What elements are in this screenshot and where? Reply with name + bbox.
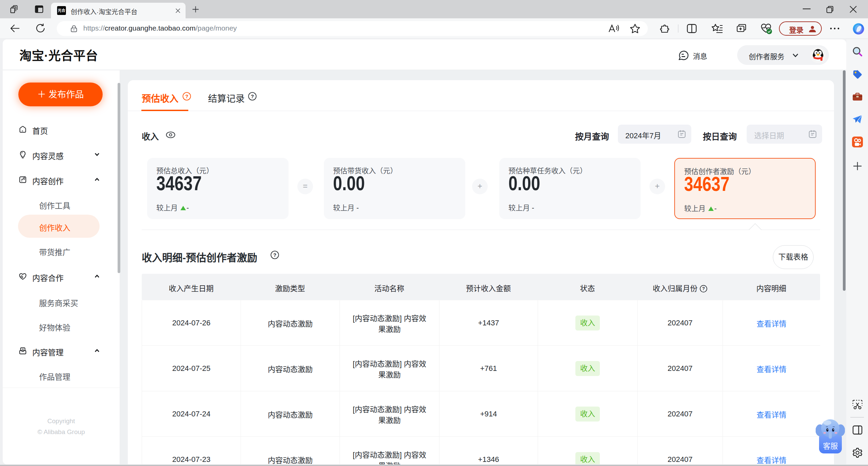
svg-text:?: ? bbox=[273, 252, 276, 258]
svg-text:?: ? bbox=[185, 93, 188, 99]
svg-text:?: ? bbox=[702, 286, 705, 291]
svg-text:?: ? bbox=[251, 93, 254, 99]
